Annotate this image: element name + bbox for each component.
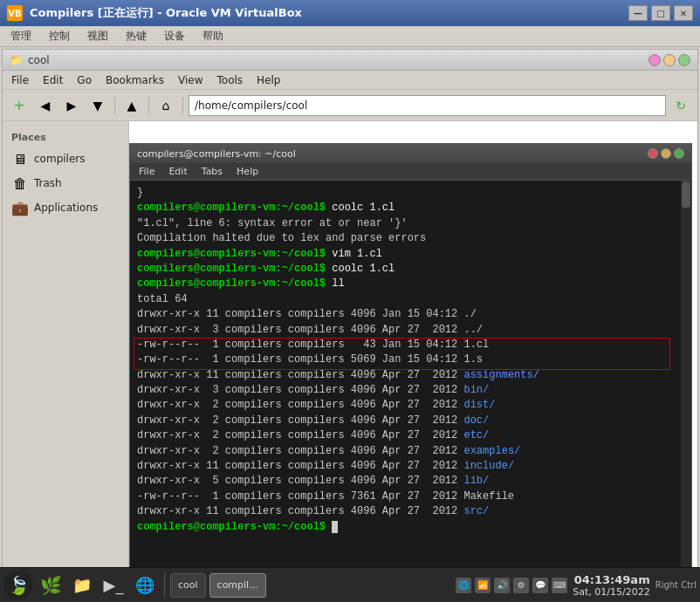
sidebar-item-trash[interactable]: 🗑 Trash [3, 171, 128, 195]
vbox-app-icon: VB [7, 5, 23, 21]
system-tray: 🌐 📶 🔊 ⚙ 💬 ⌨ [456, 578, 567, 593]
terminal-line: drwxr-xr-x 5 compilers compilers 4096 Ap… [137, 474, 684, 489]
terminal-line: drwxr-xr-x 2 compilers compilers 4096 Ap… [137, 414, 684, 428]
guest-menu-go[interactable]: Go [72, 72, 97, 88]
terminal-line: compilers@compilers-vm:~/cool$ ll [137, 277, 684, 291]
taskbar-files-icon[interactable]: 📁 [68, 571, 96, 599]
guest-menubar: File Edit Go Bookmarks View Tools Help [3, 71, 697, 90]
toolbar-refresh-btn[interactable]: ↻ [669, 94, 692, 117]
guest-menu-edit[interactable]: Edit [38, 72, 68, 88]
taskbar-leaf-icon[interactable]: 🌿 [37, 571, 65, 599]
vbox-menu-view[interactable]: 视图 [80, 27, 115, 45]
toolbar-separator [114, 97, 115, 114]
toolbar-back-btn[interactable]: ◀ [34, 94, 57, 117]
tray-icon-4[interactable]: ⚙ [513, 578, 529, 593]
vbox-close-btn[interactable]: ✕ [674, 5, 693, 21]
toolbar-forward-btn[interactable]: ▶ [60, 94, 83, 117]
tray-icon-1[interactable]: 🌐 [456, 578, 471, 593]
terminal-line: "1.cl", line 6: syntax error at or near … [137, 216, 684, 231]
toolbar-separator3 [182, 97, 183, 114]
vbox-minimize-btn[interactable]: — [628, 5, 648, 21]
terminal-scrollbar-thumb[interactable] [682, 181, 690, 208]
terminal-body[interactable]: } compilers@compilers-vm:~/cool$ coolc 1… [130, 181, 691, 570]
address-text: /home/compilers/cool [195, 99, 660, 112]
guest-min-btn[interactable] [663, 54, 676, 66]
guest-title: 📁 cool [10, 54, 50, 66]
sidebar-section-places: Places [3, 128, 128, 147]
right-ctrl-indicator: Right Ctrl [655, 580, 697, 590]
taskbar-terminal-icon[interactable]: ▶_ [100, 571, 127, 599]
highlighted-region: -rw-r--r-- 1 compilers compilers 43 Jan … [137, 338, 684, 368]
sidebar-item-compilers-label: compilers [34, 153, 85, 165]
taskbar-right: 🌐 📶 🔊 ⚙ 💬 ⌨ 04:13:49am Sat, 01/15/2022 R… [456, 573, 697, 598]
toolbar-add-btn[interactable]: + [8, 94, 31, 117]
terminal-line: drwxr-xr-x 11 compilers compilers 4096 A… [137, 459, 684, 474]
terminal-line: drwxr-xr-x 2 compilers compilers 4096 Ap… [137, 428, 684, 443]
terminal-line: drwxr-xr-x 3 compilers compilers 4096 Ap… [137, 323, 684, 338]
terminal-line: drwxr-xr-x 11 compilers compilers 4096 J… [137, 307, 684, 322]
vbox-menu-device[interactable]: 设备 [157, 27, 192, 45]
toolbar-home-btn[interactable]: ⌂ [154, 94, 177, 117]
tray-icon-2[interactable]: 📶 [475, 578, 491, 593]
taskbar-cool-window-btn[interactable]: cool [170, 573, 206, 598]
clock-time: 04:13:49am [573, 573, 649, 586]
vbox-menu-help[interactable]: 帮助 [196, 27, 230, 45]
guest-menu-tools[interactable]: Tools [212, 72, 249, 88]
toolbar: + ◀ ▶ ▼ ▲ ⌂ /home/compilers/cool ↻ [3, 90, 697, 121]
terminal-line: -rw-r--r-- 1 compilers compilers 7361 Ap… [137, 489, 684, 504]
terminal-window: compilers@compilers-vm: ~/cool File Edit… [129, 143, 692, 571]
clock-date: Sat, 01/15/2022 [573, 586, 649, 598]
terminal-line: } [137, 186, 684, 201]
vbox-menu-manage[interactable]: 管理 [3, 27, 38, 45]
terminal-line: compilers@compilers-vm:~/cool$ vim 1.cl [137, 247, 684, 262]
terminal-menubar: File Edit Tabs Help [130, 163, 691, 181]
sidebar: Places 🖥 compilers 🗑 Trash 💼 Application… [3, 121, 129, 578]
guest-menu-file[interactable]: File [6, 72, 34, 88]
terminal-win-btns [648, 148, 684, 159]
terminal-line: drwxr-xr-x 2 compilers compilers 4096 Ap… [137, 444, 684, 459]
taskbar-compil-window-btn[interactable]: compil... [209, 573, 266, 598]
toolbar-up-btn[interactable]: ▲ [120, 94, 143, 117]
address-bar[interactable]: /home/compilers/cool [189, 95, 666, 116]
guest-max-btn[interactable] [678, 54, 690, 66]
terminal-max-btn[interactable] [674, 148, 684, 159]
taskbar-cool-label: cool [178, 579, 198, 591]
guest-menu-view[interactable]: View [173, 72, 208, 88]
sidebar-item-compilers[interactable]: 🖥 compilers [3, 147, 128, 171]
guest-close-btn[interactable] [649, 54, 661, 66]
vbox-maximize-btn[interactable]: □ [651, 5, 670, 21]
terminal-title: compilers@compilers-vm: ~/cool [137, 148, 296, 160]
tray-icon-5[interactable]: 💬 [532, 578, 548, 593]
terminal-line: total 64 [137, 292, 684, 307]
tray-icon-6[interactable]: ⌨ [552, 578, 567, 593]
terminal-cursor [332, 521, 338, 533]
vbox-menu-control[interactable]: 控制 [42, 27, 77, 45]
taskbar-compil-label: compil... [217, 579, 258, 591]
tray-icon-3[interactable]: 🔊 [494, 578, 510, 593]
taskbar-boshi-icon[interactable]: 🍃 [3, 571, 33, 600]
clock[interactable]: 04:13:49am Sat, 01/15/2022 [573, 573, 649, 598]
vbox-titlebar-left: VB Compilers [正在运行] - Oracle VM VirtualB… [7, 5, 302, 21]
toolbar-dropdown-btn[interactable]: ▼ [86, 94, 109, 117]
sidebar-item-applications-label: Applications [34, 202, 98, 214]
terminal-scrollbar[interactable] [681, 181, 691, 570]
guest-menu-bookmarks[interactable]: Bookmarks [100, 72, 169, 88]
terminal-close-btn[interactable] [648, 148, 658, 159]
terminal-min-btn[interactable] [661, 148, 671, 159]
terminal-line: drwxr-xr-x 2 compilers compilers 4096 Ap… [137, 398, 684, 413]
taskbar-separator [164, 573, 165, 598]
vbox-titlebar: VB Compilers [正在运行] - Oracle VM VirtualB… [0, 0, 700, 26]
terminal-line: compilers@compilers-vm:~/cool$ coolc 1.c… [137, 262, 684, 277]
guest-menu-help[interactable]: Help [251, 72, 285, 88]
terminal-line: drwxr-xr-x 11 compilers compilers 4096 A… [137, 368, 684, 383]
toolbar-separator2 [148, 97, 149, 114]
sidebar-item-applications[interactable]: 💼 Applications [3, 195, 128, 220]
terminal-menu-tabs[interactable]: Tabs [196, 165, 228, 178]
terminal-line-highlight: -rw-r--r-- 1 compilers compilers 5069 Ja… [137, 352, 684, 367]
vbox-menu-hotkey[interactable]: 热键 [119, 27, 154, 45]
terminal-menu-edit[interactable]: Edit [163, 165, 192, 178]
guest-titlebar: 📁 cool [3, 50, 697, 71]
terminal-menu-help[interactable]: Help [231, 165, 264, 178]
terminal-menu-file[interactable]: File [134, 165, 160, 178]
taskbar-network-icon[interactable]: 🌐 [131, 571, 159, 599]
